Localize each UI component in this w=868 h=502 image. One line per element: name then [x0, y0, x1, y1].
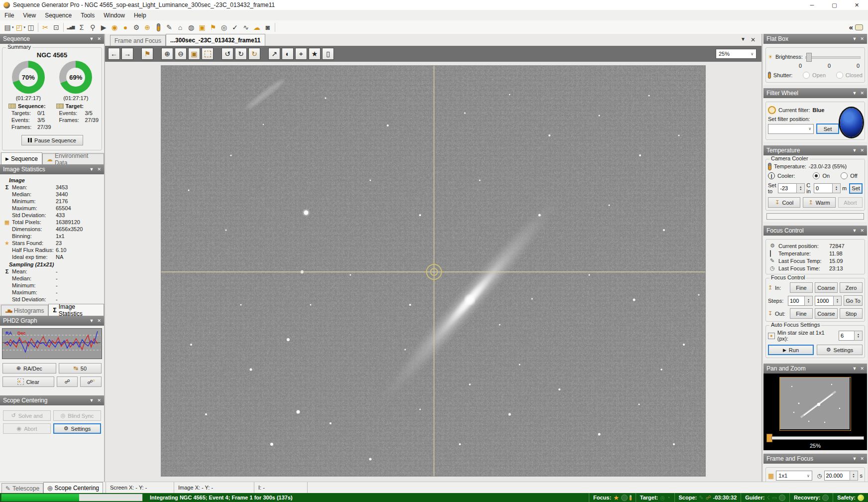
thumbnail-zoom-slider[interactable]	[766, 434, 864, 442]
autofocus-settings-button[interactable]: ⚙Settings	[817, 345, 863, 355]
tab-scope-centering[interactable]: ◎ Scope Centering	[43, 482, 103, 493]
zoom-level-select[interactable]: 25%∨	[716, 49, 757, 59]
focus-in-fine-button[interactable]: Fine	[790, 282, 813, 293]
menu-tools[interactable]: Tools	[76, 10, 99, 20]
open-sequence-icon[interactable]: ◰	[14, 22, 25, 33]
abort-cooling-button[interactable]: Abort	[838, 197, 863, 208]
autofocus-run-button[interactable]: ▶Run	[768, 345, 814, 355]
collapse-icon[interactable]: ▼	[853, 228, 857, 233]
abort-centering-button[interactable]: ◉Abort	[3, 423, 51, 434]
shutter-closed-radio[interactable]	[836, 72, 843, 79]
tab-frame-and-focus[interactable]: Frame and Focus	[110, 35, 166, 46]
close-icon[interactable]: ✕	[97, 398, 101, 403]
focus-in-coarse-button[interactable]: Coarse	[815, 282, 838, 293]
subframe-select-button[interactable]	[202, 48, 214, 60]
shutter-open-radio[interactable]	[803, 72, 810, 79]
focuser-icon[interactable]: ✎	[164, 22, 175, 33]
tab-environment-data[interactable]: ☁ Environment Data	[42, 153, 104, 164]
cooler-on-radio[interactable]	[813, 172, 820, 179]
next-image-button[interactable]: →	[121, 48, 133, 60]
collapse-icon[interactable]: ▼	[90, 36, 94, 41]
focus-out-fine-button[interactable]: Fine	[790, 308, 813, 319]
close-icon[interactable]: ✕	[860, 228, 864, 233]
observatory-icon[interactable]: ⌂	[175, 22, 186, 33]
collapse-icon[interactable]: ▼	[853, 456, 857, 461]
histogram-icon[interactable]: ▂▄▆	[65, 22, 76, 33]
clear-graph-button[interactable]: ✕Clear	[2, 376, 54, 387]
zoom-in-button[interactable]: ⊕	[161, 48, 173, 60]
close-icon[interactable]: ✕	[860, 148, 864, 153]
crosshair-button[interactable]: ⌖	[295, 48, 307, 60]
equipment-settings-icon[interactable]: ⚙	[131, 22, 142, 33]
maximize-button[interactable]: ▢	[823, 0, 846, 10]
scale-button[interactable]: ↹50	[59, 363, 102, 374]
close-icon[interactable]: ✕	[860, 456, 864, 461]
camera-icon[interactable]: ◉	[109, 22, 120, 33]
invert-button[interactable]: ◐	[282, 48, 294, 60]
tab-image-statistics[interactable]: Σ Image Statistics	[48, 304, 104, 316]
new-sequence-icon[interactable]: ▤	[2, 22, 13, 33]
cool-button[interactable]: ↧Cool	[768, 197, 800, 208]
close-icon[interactable]: ✕	[97, 167, 101, 172]
collapse-icon[interactable]: ▼	[853, 148, 857, 153]
steps-fine-spinner[interactable]: ▲▼	[788, 296, 813, 306]
cooler-off-radio[interactable]	[841, 172, 848, 179]
connect-equipment-icon[interactable]: ✂	[40, 22, 51, 33]
brightness-slider[interactable]	[805, 53, 863, 61]
star-detect-button[interactable]: ★	[309, 48, 321, 60]
solve-and-button[interactable]: ↺Solve and	[3, 410, 51, 421]
statistics-icon[interactable]: Σ	[76, 22, 87, 33]
close-icon[interactable]: ✕	[860, 36, 864, 41]
captured-image[interactable]	[161, 66, 705, 476]
save-sequence-icon[interactable]: ◫	[25, 22, 36, 33]
menu-file[interactable]: File	[0, 10, 18, 20]
minimize-button[interactable]: ─	[801, 0, 823, 10]
close-icon[interactable]: ✕	[860, 366, 864, 371]
warm-button[interactable]: ↥Warm	[803, 197, 835, 208]
close-icon[interactable]: ✕	[97, 318, 101, 323]
flat-box-icon[interactable]: ▣	[197, 22, 208, 33]
filter-position-select[interactable]: ∨	[768, 124, 814, 134]
rotate-ccw-button[interactable]: ↺	[221, 48, 233, 60]
close-tab-icon[interactable]: ✕	[751, 36, 756, 43]
tab-histograms[interactable]: ▂▆▄ Histograms	[1, 305, 48, 316]
marker-icon[interactable]: ⚑	[208, 22, 218, 33]
blind-sync-button[interactable]: ◎Blind Sync	[53, 410, 101, 421]
flag-image-button[interactable]: ⚑	[141, 48, 153, 60]
run-sequence-icon[interactable]: ▶	[98, 22, 109, 33]
telescope-target-icon[interactable]: ⊕	[142, 22, 153, 33]
collapse-icon[interactable]: ▼	[853, 36, 857, 41]
set-temp-button[interactable]: Set	[849, 183, 863, 194]
graph-icon[interactable]: ∿	[240, 22, 251, 33]
close-icon[interactable]: ✕	[860, 91, 864, 96]
fit-to-window-button[interactable]: ▣	[188, 48, 200, 60]
plate-solve-icon[interactable]: ◙	[262, 22, 273, 33]
temperature-icon[interactable]	[153, 22, 164, 33]
focus-out-coarse-button[interactable]: Coarse	[815, 308, 838, 319]
menu-view[interactable]: View	[18, 10, 40, 20]
steps-coarse-spinner[interactable]: ▲▼	[815, 296, 842, 306]
guide-link-button[interactable]: ☍	[57, 376, 78, 387]
goto-position-button[interactable]: Go To	[844, 295, 863, 306]
menu-window[interactable]: Window	[99, 10, 129, 20]
side-panel-button[interactable]: ▯	[322, 48, 334, 60]
set-temp-spinner[interactable]: ▲▼	[778, 183, 805, 193]
pan-zoom-thumbnail[interactable]	[779, 377, 851, 431]
zoom-out-button[interactable]: ⊖	[175, 48, 187, 60]
rotate-cw-button[interactable]: ↻	[235, 48, 247, 60]
environment-icon[interactable]: ☁	[251, 22, 262, 33]
find-stars-icon[interactable]: ⚲	[87, 22, 98, 33]
close-button[interactable]: ✕	[846, 0, 868, 10]
close-icon[interactable]: ✕	[97, 36, 101, 41]
min-star-spinner[interactable]: ▲▼	[839, 331, 863, 341]
previous-image-button[interactable]: ←	[108, 48, 120, 60]
menu-help[interactable]: Help	[129, 10, 151, 20]
rotator-icon[interactable]: ◍	[186, 22, 197, 33]
centering-settings-button[interactable]: ⚙Settings	[53, 423, 101, 434]
set-filter-button[interactable]: Set	[816, 124, 839, 134]
autoguider-icon[interactable]: ◎	[218, 22, 229, 33]
brightness-slider-handle[interactable]	[806, 53, 812, 62]
checkmark-icon[interactable]: ✓	[229, 22, 240, 33]
notification-bubble-icon[interactable]	[855, 24, 863, 30]
radec-toggle-button[interactable]: ⊕RA/Dec	[2, 363, 56, 374]
